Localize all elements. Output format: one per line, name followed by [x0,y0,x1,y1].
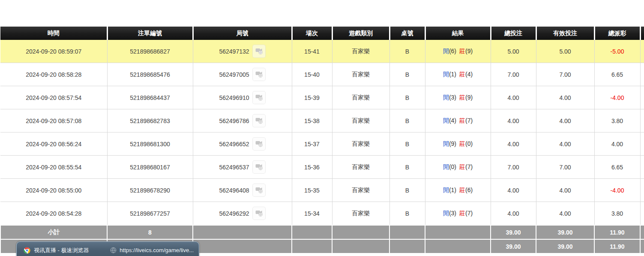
game-type-cell: 百家樂 [332,133,389,156]
round-cell: 562497005 [193,63,292,86]
session-cell: 15-39 [292,86,332,109]
video-replay-icon [255,139,263,149]
result-cell: 閒(3)莊(7) [425,202,491,226]
bet-id-cell: 521898680167 [107,156,193,179]
subtotal-valid-bet: 39.00 [536,225,594,239]
banker-result-label: 莊 [459,117,465,124]
banker-score: (9) [465,94,473,101]
result-cell: 閒(6)莊(9) [425,40,491,63]
total-bet-link[interactable]: 4.00 [491,179,536,202]
browser-window-title: 视讯直播 - 极速浏览器 [34,247,89,254]
payout-cell: 3.80 [594,202,640,226]
total-bet-link[interactable]: 4.00 [491,86,536,109]
header-valid-bet: 有效投注 [536,27,594,40]
video-replay-button[interactable] [252,184,266,197]
overflow-cell [640,86,644,109]
payout-cell: 6.65 [594,63,640,86]
payout-cell: 4.00 [594,133,640,156]
video-replay-button[interactable] [252,207,266,220]
round-id: 562496652 [219,141,249,148]
valid-bet-cell: 7.00 [536,156,594,179]
round-id: 562496408 [219,187,249,194]
result-cell: 閒(4)莊(7) [425,109,491,133]
table-no-cell: B [389,63,425,86]
time-cell: 2024-09-20 08:54:28 [0,202,107,226]
header-payout: 總派彩 [594,27,640,40]
subtotal-count: 8 [107,225,193,239]
table-row-selected: 2024-09-20 08:59:07 521898686827 5624971… [0,40,644,63]
round-cell: 562496652 [193,133,292,156]
round-cell: 562496786 [193,109,292,133]
table-no-cell: B [389,156,425,179]
subtotal-total-bet: 39.00 [491,225,536,239]
overflow-cell [640,202,644,226]
table-row: 2024-09-20 08:55:00 521898678290 5624964… [0,179,644,202]
player-score: (3) [449,210,456,217]
payout-cell: -4.00 [594,179,640,202]
banker-score: (0) [465,140,473,147]
session-cell: 15-41 [292,40,332,63]
total-bet-link[interactable]: 4.00 [491,202,536,226]
table-no-cell: B [389,179,425,202]
table-header-row: 時間 注單編號 局號 場次 遊戲類別 桌號 結果 總投注 有效投注 總派彩 [0,27,644,40]
subtotal-payout: 11.90 [594,225,640,239]
round-id: 562496786 [219,117,249,124]
player-result-label: 閒 [443,210,449,217]
page-url: https://liveics.com/game/live... [120,247,194,253]
overflow-cell [640,133,644,156]
video-replay-button[interactable] [252,91,266,104]
header-session: 場次 [292,27,332,40]
round-cell: 562497132 [193,40,292,63]
video-replay-button[interactable] [252,137,266,151]
player-score: (4) [449,117,456,124]
banker-score: (9) [465,48,473,54]
player-result-label: 閒 [443,140,449,147]
player-result-label: 閒 [443,117,449,124]
banker-result-label: 莊 [459,187,465,193]
valid-bet-cell: 7.00 [536,63,594,86]
table-no-cell: B [389,109,425,133]
player-score: (3) [449,94,456,101]
header-result: 結果 [425,27,491,40]
total-bet-link[interactable]: 7.00 [491,156,536,179]
grand-total-valid-bet: 39.00 [536,239,594,253]
game-type-cell: 百家樂 [332,109,389,133]
video-replay-button[interactable] [252,68,266,81]
banker-result-label: 莊 [459,140,465,147]
table-row: 2024-09-20 08:56:24 521898681300 5624966… [0,133,644,156]
browser-taskbar-popup[interactable]: 视讯直播 - 极速浏览器 https://liveics.com/game/li… [16,241,199,256]
header-table-no: 桌號 [389,27,425,40]
valid-bet-cell: 4.00 [536,109,594,133]
total-bet-link[interactable]: 4.00 [491,133,536,156]
chrome-browser-icon [24,247,30,254]
video-replay-icon [255,47,263,56]
round-id: 562496537 [219,164,249,171]
player-result-label: 閒 [443,94,449,101]
total-bet-link[interactable]: 7.00 [491,63,536,86]
table-no-cell: B [389,133,425,156]
header-round-id: 局號 [193,27,292,40]
time-cell: 2024-09-20 08:59:07 [0,40,107,63]
player-score: (1) [449,187,456,193]
banker-score: (7) [465,210,473,217]
banker-result-label: 莊 [459,48,465,54]
video-replay-button[interactable] [252,114,266,127]
player-score: (6) [449,48,456,54]
video-replay-button[interactable] [252,45,266,58]
player-result-label: 閒 [443,71,449,78]
payout-cell: 6.65 [594,156,640,179]
grand-total-bet: 39.00 [491,239,536,253]
banker-result-label: 莊 [459,210,465,217]
payout-cell: 3.80 [594,109,640,133]
header-game-type: 遊戲類別 [332,27,389,40]
valid-bet-cell: 4.00 [536,133,594,156]
time-cell: 2024-09-20 08:55:00 [0,179,107,202]
video-replay-button[interactable] [252,160,266,174]
total-bet-link[interactable]: 5.00 [491,40,536,63]
overflow-cell [640,109,644,133]
grand-total-payout: 11.90 [594,239,640,253]
table-row: 2024-09-20 08:55:54 521898680167 5624965… [0,156,644,179]
session-cell: 15-35 [292,179,332,202]
overflow-cell [640,40,644,63]
total-bet-link[interactable]: 4.00 [491,109,536,133]
